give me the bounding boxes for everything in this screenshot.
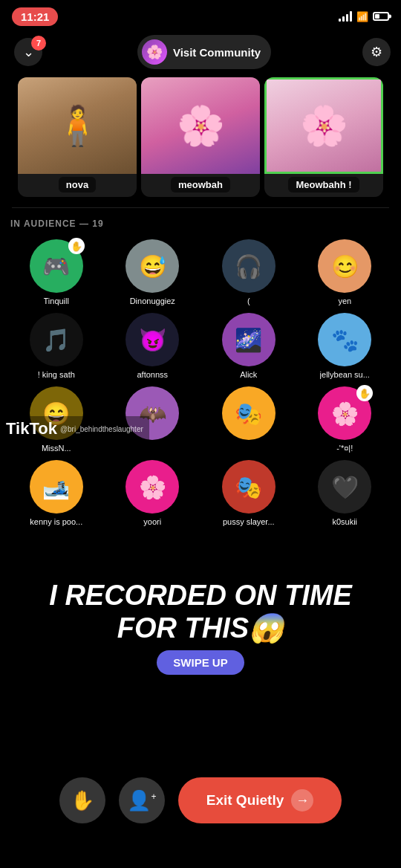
avatar: 🖤 bbox=[318, 460, 371, 514]
audience-grid: 🎮✋Tinquill😅Dinonuggiez🎧(😊yen🎵! king sath… bbox=[10, 239, 391, 526]
avatar-wrap: 🐾 bbox=[318, 313, 371, 366]
add-user-button[interactable]: 👤+ bbox=[119, 777, 165, 823]
audience-item[interactable]: 🎮✋Tinquill bbox=[10, 239, 102, 305]
tiktok-logo: TikTok bbox=[6, 419, 57, 438]
settings-button[interactable]: ⚙ bbox=[362, 38, 391, 66]
audience-header: IN AUDIENCE — 19 bbox=[10, 218, 391, 229]
avatar-wrap: 🌌 bbox=[222, 313, 276, 366]
speaker-avatar-nova: 🧍 bbox=[18, 77, 137, 174]
avatar-wrap: 🎿 bbox=[30, 460, 83, 514]
avatar: 🎭 bbox=[222, 460, 276, 514]
audience-item[interactable]: 🖤k0sukii bbox=[299, 460, 391, 526]
audience-item[interactable]: 🌌Alick bbox=[203, 313, 295, 379]
avatar-wrap: 🖤 bbox=[318, 460, 371, 514]
visit-community-label: Visit Community bbox=[173, 46, 261, 59]
audience-item[interactable]: 🎧( bbox=[203, 239, 295, 305]
avatar: 🌸 bbox=[125, 460, 179, 514]
status-time: 11:21 bbox=[12, 7, 58, 26]
chevron-button[interactable]: ⌄ 7 bbox=[10, 34, 46, 70]
raise-hand-indicator: ✋ bbox=[356, 385, 373, 401]
audience-name: Dinonuggiez bbox=[130, 297, 175, 305]
gear-icon: ⚙ bbox=[371, 44, 382, 60]
caption-overlay: I RECORDED ON TIMEFOR THIS😱 SWIPE UP bbox=[0, 580, 401, 675]
hand-icon: ✋ bbox=[71, 789, 94, 812]
exit-label: Exit Quietly bbox=[206, 792, 284, 809]
audience-item[interactable]: 🌸yoori bbox=[107, 460, 199, 526]
audience-name: -'*¤|! bbox=[336, 444, 353, 453]
speaker-avatar-meowbah: 🌸 bbox=[141, 77, 260, 174]
audience-name: ! king sath bbox=[38, 370, 75, 379]
avatar: 🎿 bbox=[30, 460, 83, 514]
audience-name: MissN... bbox=[42, 444, 71, 453]
audience-item[interactable]: 🎵! king sath bbox=[10, 313, 102, 379]
avatar: 🎵 bbox=[30, 313, 83, 366]
speaker-avatar-meowbahh: 🌸 bbox=[264, 77, 383, 174]
avatar-wrap: 🌸✋ bbox=[318, 386, 371, 440]
avatar: 🐾 bbox=[318, 313, 371, 366]
exit-arrow-icon: → bbox=[291, 789, 313, 812]
avatar-wrap: 🎮✋ bbox=[30, 239, 83, 293]
audience-item[interactable]: 😊yen bbox=[299, 239, 391, 305]
speakers-grid: 🧍 nova 🌸 meowbah 🌸 Meowbahh ! bbox=[7, 77, 394, 197]
wifi-icon: 📶 bbox=[356, 11, 368, 22]
bottom-bar: ✋ 👤+ Exit Quietly → bbox=[0, 777, 401, 823]
audience-item[interactable]: 😅Dinonuggiez bbox=[107, 239, 199, 305]
audience-name: yoori bbox=[143, 517, 161, 526]
audience-section: IN AUDIENCE — 19 🎮✋Tinquill😅Dinonuggiez🎧… bbox=[0, 218, 401, 526]
audience-name: Tinquill bbox=[44, 297, 69, 305]
avatar-wrap: 😈 bbox=[125, 313, 179, 366]
audience-name: ( bbox=[247, 297, 250, 305]
speaker-name-meowbah: meowbah bbox=[171, 177, 230, 192]
audience-item[interactable]: 🐾jellybean su... bbox=[299, 313, 391, 379]
audience-name: pussy slayer... bbox=[223, 517, 275, 526]
caption-text: I RECORDED ON TIMEFOR THIS😱 bbox=[15, 580, 386, 644]
top-bar: ⌄ 7 🌸 Visit Community ⚙ bbox=[0, 30, 401, 77]
avatar: 😈 bbox=[125, 313, 179, 366]
avatar: 😅 bbox=[125, 239, 179, 293]
swipe-up-badge[interactable]: SWIPE UP bbox=[157, 650, 244, 675]
avatar: 😊 bbox=[318, 239, 371, 293]
tiktok-handle: @bri_behindtheslaughter bbox=[60, 425, 143, 433]
audience-item[interactable]: 😈aftonnss bbox=[107, 313, 199, 379]
audience-item[interactable]: 🎿kenny is poo... bbox=[10, 460, 102, 526]
avatar-wrap: 😊 bbox=[318, 239, 371, 293]
avatar: 🌌 bbox=[222, 313, 276, 366]
audience-name: kenny is poo... bbox=[30, 517, 82, 526]
battery-icon bbox=[373, 12, 389, 21]
speaker-name-nova: nova bbox=[59, 177, 96, 192]
avatar: 🎭 bbox=[222, 386, 276, 440]
audience-name: aftonnss bbox=[137, 370, 168, 379]
signal-icon bbox=[339, 11, 352, 22]
audience-name: k0sukii bbox=[332, 517, 357, 526]
speaker-card-nova[interactable]: 🧍 nova bbox=[18, 77, 137, 197]
speakers-section: 🧍 nova 🌸 meowbah 🌸 Meowbahh ! bbox=[0, 77, 401, 203]
raise-hand-indicator: ✋ bbox=[68, 238, 85, 254]
exit-quietly-button[interactable]: Exit Quietly → bbox=[178, 777, 342, 823]
audience-name: yen bbox=[338, 297, 351, 305]
audience-item[interactable]: 🎭 bbox=[203, 386, 295, 453]
section-divider bbox=[12, 207, 389, 208]
add-user-icon: 👤+ bbox=[127, 789, 156, 812]
audience-name: Alick bbox=[240, 370, 257, 379]
avatar-wrap: 🎭 bbox=[222, 386, 276, 440]
speaker-card-meowbah[interactable]: 🌸 meowbah bbox=[141, 77, 260, 197]
community-avatar: 🌸 bbox=[142, 39, 167, 65]
avatar-wrap: 🎵 bbox=[30, 313, 83, 366]
tiktok-watermark: TikTok @bri_behindtheslaughter bbox=[0, 416, 149, 441]
avatar: 🎧 bbox=[222, 239, 276, 293]
status-bar: 11:21 📶 bbox=[0, 0, 401, 30]
avatar-wrap: 🎭 bbox=[222, 460, 276, 514]
audience-item[interactable]: 🌸✋-'*¤|! bbox=[299, 386, 391, 453]
avatar-wrap: 😅 bbox=[125, 239, 179, 293]
audience-item[interactable]: 🎭pussy slayer... bbox=[203, 460, 295, 526]
avatar-wrap: 🌸 bbox=[125, 460, 179, 514]
avatar-wrap: 🎧 bbox=[222, 239, 276, 293]
status-icons: 📶 bbox=[339, 11, 389, 22]
raise-hand-button[interactable]: ✋ bbox=[59, 777, 105, 823]
speaker-card-meowbahh[interactable]: 🌸 Meowbahh ! bbox=[264, 77, 383, 197]
audience-name: jellybean su... bbox=[320, 370, 370, 379]
visit-community-button[interactable]: 🌸 Visit Community bbox=[137, 35, 271, 69]
notification-badge: 7 bbox=[31, 36, 46, 51]
speaker-name-meowbahh: Meowbahh ! bbox=[288, 177, 359, 192]
